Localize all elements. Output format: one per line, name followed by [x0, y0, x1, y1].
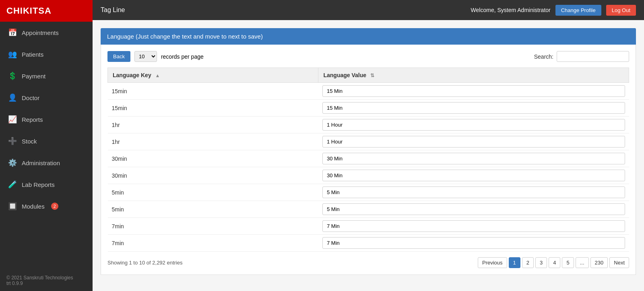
language-table: Language Key ▲ Language Value ⇅ 15min15m…	[107, 68, 629, 252]
lang-key-cell: 30min	[108, 150, 318, 167]
page-btn-1[interactable]: 1	[509, 257, 520, 268]
table-row: 30min	[108, 150, 629, 167]
lang-key-cell: 5min	[108, 184, 318, 201]
previous-button[interactable]: Previous	[478, 257, 507, 268]
version: trt 0.9.9	[6, 281, 86, 286]
lang-value-input[interactable]	[322, 102, 625, 114]
lang-key-cell: 5min	[108, 201, 318, 218]
showing-entries: Showing 1 to 10 of 2,292 entries	[107, 260, 182, 266]
table-row: 15min	[108, 100, 629, 117]
table-row: 1hr	[108, 117, 629, 133]
sidebar-item-label: Payment	[22, 73, 45, 80]
modules-badge: 2	[51, 203, 58, 210]
sort-key-icon[interactable]: ▲	[155, 73, 160, 78]
sidebar-item-label: Stock	[22, 138, 37, 145]
toolbar-left: Back 10 25 50 100 records per page	[107, 51, 204, 62]
copyright: © 2021 Sanskruti Technologies	[6, 275, 86, 281]
welcome-text: Welcome, System Administrator	[471, 7, 551, 13]
lang-value-input[interactable]	[322, 237, 625, 249]
app-logo: CHIKITSA	[0, 0, 93, 22]
lang-value-input[interactable]	[322, 186, 625, 198]
lang-value-input[interactable]	[322, 85, 625, 97]
table-row: 7min	[108, 218, 629, 235]
lang-key-cell: 7min	[108, 218, 318, 235]
sidebar-item-label: Lab Reports	[22, 181, 55, 188]
lang-key-cell: 15min	[108, 100, 318, 117]
lab-reports-icon: 🧪	[8, 180, 17, 189]
sidebar: CHIKITSA 📅 Appointments 👥 Patients 💲 Pay…	[0, 0, 93, 291]
back-button[interactable]: Back	[107, 51, 130, 62]
page-btn-230[interactable]: 230	[590, 257, 608, 268]
sidebar-item-modules[interactable]: 🔲 Modules 2	[0, 195, 93, 217]
lang-value-cell	[318, 100, 629, 117]
search-label: Search:	[534, 53, 553, 60]
sort-value-icon[interactable]: ⇅	[370, 73, 374, 78]
table-row: 5min	[108, 184, 629, 201]
appointments-icon: 📅	[8, 28, 17, 37]
lang-value-cell	[318, 133, 629, 150]
content-area: Language (Just change the text and move …	[93, 20, 644, 291]
payment-icon: 💲	[8, 72, 17, 80]
records-per-page-select[interactable]: 10 25 50 100	[134, 51, 157, 62]
main-card: Back 10 25 50 100 records per page Searc…	[101, 45, 636, 275]
page-btn-5[interactable]: 5	[562, 257, 574, 268]
tagline: Tag Line	[101, 6, 125, 14]
sidebar-item-patients[interactable]: 👥 Patients	[0, 43, 93, 65]
page-header: Language (Just change the text and move …	[101, 28, 636, 45]
sidebar-item-stock[interactable]: ➕ Stock	[0, 130, 93, 152]
lang-value-cell	[318, 184, 629, 201]
logout-button[interactable]: Log Out	[606, 5, 636, 16]
sidebar-item-appointments[interactable]: 📅 Appointments	[0, 22, 93, 43]
lang-value-cell	[318, 167, 629, 184]
change-profile-button[interactable]: Change Profile	[555, 5, 601, 16]
sidebar-item-label: Patients	[22, 51, 43, 58]
reports-icon: 📈	[8, 115, 17, 124]
sidebar-item-administration[interactable]: ⚙️ Administration	[0, 152, 93, 174]
lang-value-cell	[318, 235, 629, 252]
patients-icon: 👥	[8, 50, 17, 59]
administration-icon: ⚙️	[8, 158, 17, 167]
page-ellipsis: ...	[576, 257, 589, 268]
page-btn-4[interactable]: 4	[549, 257, 560, 268]
records-per-page-label: records per page	[161, 53, 204, 60]
sidebar-item-label: Administration	[22, 160, 60, 166]
modules-icon: 🔲	[8, 202, 17, 211]
lang-value-cell	[318, 218, 629, 235]
lang-key-cell: 30min	[108, 167, 318, 184]
topbar-right: Welcome, System Administrator Change Pro…	[471, 5, 636, 16]
sidebar-item-label: Reports	[22, 116, 43, 123]
lang-key-cell: 1hr	[108, 133, 318, 150]
lang-value-input[interactable]	[322, 203, 625, 215]
sidebar-item-label: Appointments	[22, 29, 59, 36]
sidebar-item-lab-reports[interactable]: 🧪 Lab Reports	[0, 174, 93, 195]
sidebar-footer: © 2021 Sanskruti Technologies trt 0.9.9	[0, 270, 93, 291]
table-row: 7min	[108, 235, 629, 252]
stock-icon: ➕	[8, 137, 17, 146]
sidebar-item-label: Doctor	[22, 94, 39, 101]
search-input[interactable]	[557, 51, 629, 62]
sidebar-item-doctor[interactable]: 👤 Doctor	[0, 87, 93, 109]
lang-key-cell: 7min	[108, 235, 318, 252]
topbar: Tag Line Welcome, System Administrator C…	[93, 0, 644, 20]
sidebar-item-reports[interactable]: 📈 Reports	[0, 109, 93, 130]
next-button[interactable]: Next	[609, 257, 629, 268]
page-btn-3[interactable]: 3	[535, 257, 547, 268]
page-btn-2[interactable]: 2	[522, 257, 534, 268]
lang-value-input[interactable]	[322, 153, 625, 164]
sidebar-item-label: Modules	[22, 203, 45, 210]
sidebar-item-payment[interactable]: 💲 Payment	[0, 65, 93, 87]
lang-value-input[interactable]	[322, 119, 625, 131]
lang-value-input[interactable]	[322, 170, 625, 181]
lang-value-cell	[318, 117, 629, 133]
col-value-header: Language Value ⇅	[318, 68, 629, 83]
table-row: 5min	[108, 201, 629, 218]
lang-key-cell: 1hr	[108, 117, 318, 133]
toolbar: Back 10 25 50 100 records per page Searc…	[107, 51, 629, 62]
table-footer: Showing 1 to 10 of 2,292 entries Previou…	[107, 257, 629, 268]
table-row: 15min	[108, 83, 629, 100]
pagination: Previous 1 2 3 4 5 ... 230 Next	[478, 257, 629, 268]
toolbar-right: Search:	[534, 51, 629, 62]
lang-value-input[interactable]	[322, 220, 625, 232]
lang-value-cell	[318, 83, 629, 100]
lang-value-input[interactable]	[322, 136, 625, 148]
